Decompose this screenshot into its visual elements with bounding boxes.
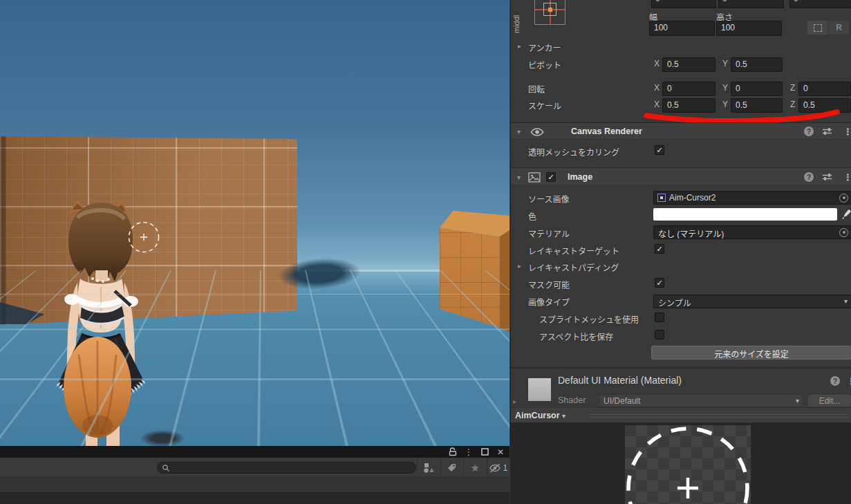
panel-band xyxy=(0,478,509,492)
material-field[interactable]: なし (マテリアル) xyxy=(653,225,851,239)
menu-icon[interactable]: ⋮ xyxy=(843,127,851,137)
preserve-aspect-checkbox[interactable] xyxy=(655,330,664,339)
close-icon[interactable]: ✕ xyxy=(496,447,505,457)
shapes-icon xyxy=(423,463,435,474)
shader-label: Shader xyxy=(558,395,586,405)
search-icon xyxy=(162,464,170,472)
source-image-label: ソース画像 xyxy=(528,193,569,205)
blueprint-icon xyxy=(814,24,822,32)
image-title: Image xyxy=(568,172,592,182)
image-component-icon xyxy=(528,172,541,183)
unity-editor: ⋮ ✕ ★ 1 0 xyxy=(0,0,851,504)
canvas-renderer-title: Canvas Renderer xyxy=(571,127,642,136)
shader-edit-button[interactable]: Edit... xyxy=(807,394,851,407)
maskable-checkbox[interactable]: ✓ xyxy=(655,278,664,288)
aim-cursor-sprite xyxy=(625,425,751,504)
canvas-renderer-icon xyxy=(530,127,545,137)
blueprint-mode-button[interactable] xyxy=(807,20,828,35)
filter-by-type-button[interactable] xyxy=(417,458,440,478)
scale-label: スケール xyxy=(528,100,561,111)
eyedropper-icon[interactable] xyxy=(841,209,851,220)
raycast-target-checkbox[interactable]: ✓ xyxy=(655,244,664,254)
pos-y-field[interactable]: 0 xyxy=(718,0,784,8)
window-titlebar: ⋮ ✕ xyxy=(0,446,509,458)
check-icon: ✓ xyxy=(548,174,554,181)
rotation-x-axis: X xyxy=(654,83,660,93)
menu-icon[interactable]: ⋮ xyxy=(847,376,851,386)
window-menu-icon[interactable]: ⋮ xyxy=(464,447,474,457)
source-image-field[interactable]: Aim-Cursor2 xyxy=(653,191,851,205)
rotation-y-axis: Y xyxy=(722,83,728,93)
menu-icon[interactable]: ⋮ xyxy=(843,172,851,183)
raw-edit-mode-button[interactable]: R xyxy=(828,20,850,35)
hidden-count: 1 xyxy=(503,463,507,473)
material-section-header[interactable]: Default UI Material (Material) ? ⋮ ▸ Sha… xyxy=(511,367,851,407)
image-enabled-checkbox[interactable]: ✓ xyxy=(546,172,556,182)
sprite-preview-area xyxy=(511,423,851,504)
help-icon[interactable]: ? xyxy=(804,127,814,136)
rotation-y-field[interactable]: 0 xyxy=(731,82,783,96)
help-icon[interactable]: ? xyxy=(804,172,814,182)
anchor-pivot-dot xyxy=(548,8,552,12)
toolbar-buttons: ★ 1 xyxy=(417,458,509,478)
hierarchy-toolbar: ★ 1 xyxy=(0,458,509,478)
width-field[interactable]: 100 xyxy=(649,21,715,36)
preview-header[interactable]: AimCursor ▾ xyxy=(511,407,851,423)
canvas-renderer-header[interactable]: ▾ Canvas Renderer ? ⋮ xyxy=(511,122,851,140)
set-native-size-button[interactable]: 元来のサイズを設定 xyxy=(651,346,851,360)
foldout-open-icon[interactable]: ▾ xyxy=(517,174,521,181)
check-icon: ✓ xyxy=(656,279,662,287)
object-picker-icon[interactable] xyxy=(839,194,848,203)
image-type-dropdown[interactable]: シンプル ▾ xyxy=(653,295,851,308)
material-foldout-icon[interactable]: ▸ xyxy=(513,398,516,405)
favorites-button[interactable]: ★ xyxy=(463,458,487,478)
height-field[interactable]: 100 xyxy=(716,21,782,36)
pivot-x-field[interactable]: 0.5 xyxy=(662,57,716,72)
search-input[interactable] xyxy=(170,464,411,472)
drag-handle[interactable] xyxy=(590,414,848,415)
panel-band xyxy=(0,492,509,504)
material-thumbnail xyxy=(528,378,551,401)
unlock-icon[interactable] xyxy=(448,447,458,457)
crosshair-plus-icon xyxy=(140,234,147,241)
pivot-y-field[interactable]: 0.5 xyxy=(731,57,783,72)
use-sprite-mesh-checkbox[interactable] xyxy=(655,312,664,322)
presets-icon[interactable] xyxy=(822,172,832,182)
filter-by-label-button[interactable] xyxy=(440,458,464,478)
pos-z-field[interactable]: 0 xyxy=(789,0,851,8)
help-icon[interactable]: ? xyxy=(830,376,840,386)
hidden-objects-button[interactable]: 1 xyxy=(487,458,510,478)
drag-handle[interactable] xyxy=(590,417,848,418)
image-type-label: 画像タイプ xyxy=(528,296,570,308)
sprite-icon xyxy=(657,194,666,202)
pos-x-field[interactable]: 0 xyxy=(651,0,716,8)
anchor-foldout-icon[interactable]: ▸ xyxy=(518,42,521,50)
foldout-open-icon[interactable]: ▾ xyxy=(517,128,521,136)
material-title: Default UI Material (Material) xyxy=(558,375,682,386)
search-box[interactable] xyxy=(157,462,416,474)
rotation-z-field[interactable]: 0 xyxy=(798,82,851,96)
shader-dropdown[interactable]: UI/Default ▾ xyxy=(599,394,803,407)
cull-transparent-mesh-checkbox[interactable]: ✓ xyxy=(655,145,664,155)
aim-crosshair xyxy=(127,220,161,254)
raycast-padding-foldout-icon[interactable]: ▸ xyxy=(518,262,521,270)
chevron-down-icon[interactable]: ▾ xyxy=(562,412,565,420)
game-view[interactable] xyxy=(0,0,509,446)
anchor-preset-widget[interactable] xyxy=(534,0,565,25)
object-picker-icon[interactable] xyxy=(839,228,848,237)
check-icon: ✓ xyxy=(656,245,662,253)
tag-icon xyxy=(447,463,457,473)
chevron-down-icon: ▾ xyxy=(844,297,848,305)
star-icon: ★ xyxy=(471,462,480,474)
color-swatch[interactable] xyxy=(653,208,837,221)
presets-icon[interactable] xyxy=(822,127,832,136)
pivot-x-axis: X xyxy=(654,59,660,68)
cull-transparent-mesh-label: 透明メッシュをカリング xyxy=(528,146,619,158)
maskable-label: マスク可能 xyxy=(528,279,570,290)
maximize-icon[interactable] xyxy=(480,447,489,457)
raycast-target-label: レイキャストターゲット xyxy=(528,245,619,256)
pivot-label: ピボット xyxy=(528,59,561,71)
material-label: マテリアル xyxy=(528,227,570,239)
image-header[interactable]: ▾ ✓ Image ? ⋮ xyxy=(511,167,851,185)
rotation-x-field[interactable]: 0 xyxy=(662,82,716,96)
